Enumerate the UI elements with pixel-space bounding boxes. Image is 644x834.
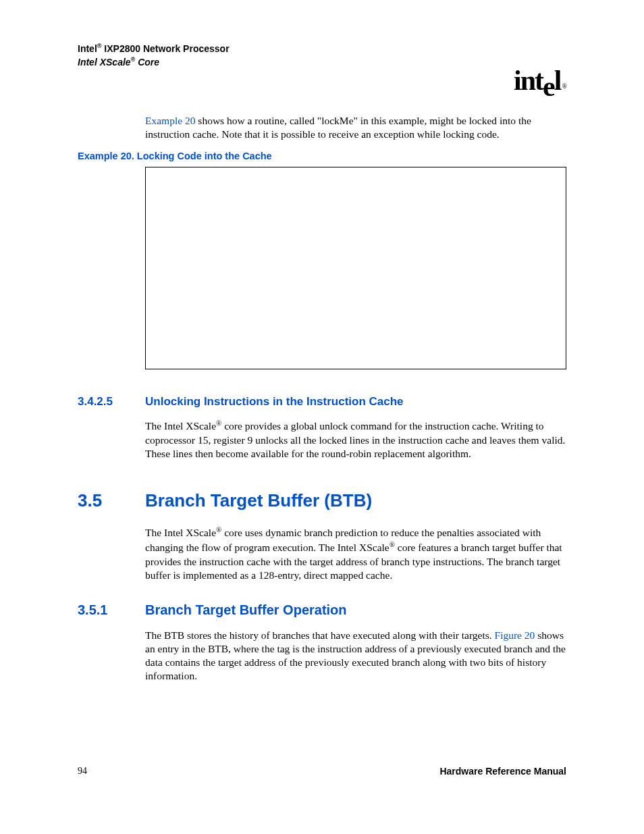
header-subtitle-suffix: Core — [135, 56, 159, 67]
heading-3-5-1: 3.5.1 Branch Target Buffer Operation — [78, 602, 566, 618]
page-header: Intel® IXP2800 Network Processor Intel X… — [78, 42, 566, 68]
sec-3-4-2-5-paragraph: The Intel XScale® core provides a global… — [145, 418, 566, 461]
heading-3-4-2-5: 3.4.2.5 Unlocking Instructions in the In… — [78, 395, 566, 409]
heading-title: Branch Target Buffer Operation — [145, 602, 347, 618]
header-product-prefix: Intel — [78, 43, 97, 54]
logo-drop: e — [543, 70, 554, 103]
para-text: The Intel XScale — [145, 527, 216, 538]
logo-reg: ® — [562, 82, 566, 90]
header-subtitle: Intel XScale® Core — [78, 55, 566, 69]
intro-text: shows how a routine, called "lockMe" in … — [145, 115, 531, 140]
heading-number: 3.5.1 — [78, 602, 145, 618]
heading-title: Branch Target Buffer (BTB) — [145, 490, 372, 511]
sec-3-5-1-paragraph: The BTB stores the history of branches t… — [145, 629, 566, 683]
header-subtitle-prefix: Intel XScale — [78, 56, 131, 67]
page-footer: 94 Hardware Reference Manual — [78, 766, 566, 777]
logo-part2: l — [554, 65, 561, 96]
page-number: 94 — [78, 766, 87, 777]
heading-number: 3.5 — [78, 490, 145, 511]
header-product: Intel® IXP2800 Network Processor — [78, 42, 566, 55]
header-product-suffix: IXP2800 Network Processor — [101, 43, 229, 54]
para-text: The Intel XScale — [145, 421, 216, 432]
intro-paragraph: Example 20 shows how a routine, called "… — [145, 114, 566, 141]
heading-3-5: 3.5 Branch Target Buffer (BTB) — [78, 490, 566, 511]
example-20-caption: Example 20. Locking Code into the Cache — [78, 151, 566, 161]
logo-part1: int — [514, 65, 543, 96]
figure-20-xref[interactable]: Figure 20 — [495, 629, 535, 641]
heading-title: Unlocking Instructions in the Instructio… — [145, 395, 404, 409]
sec-3-5-paragraph: The Intel XScale® core uses dynamic bran… — [145, 525, 566, 582]
example-20-xref[interactable]: Example 20 — [145, 115, 195, 126]
doc-title: Hardware Reference Manual — [439, 766, 566, 777]
para-text: The BTB stores the history of branches t… — [145, 629, 495, 641]
heading-number: 3.4.2.5 — [78, 395, 145, 409]
example-20-box — [145, 167, 566, 369]
registered-symbol: ® — [390, 540, 395, 548]
intel-logo: intel® — [514, 64, 564, 97]
